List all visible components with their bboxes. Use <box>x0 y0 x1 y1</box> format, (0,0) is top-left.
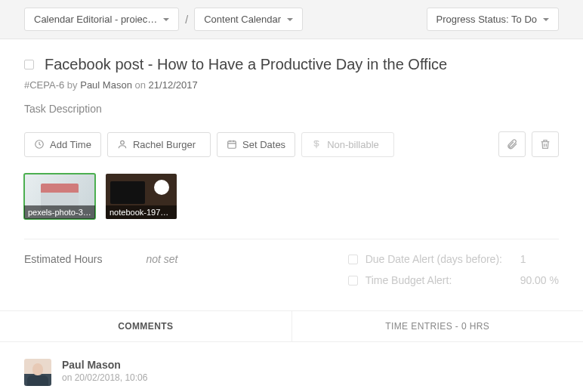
task-author: Paul Mason <box>80 79 132 91</box>
project-dropdown[interactable]: Calendar Editorial - proiec… <box>24 8 179 31</box>
delete-button[interactable] <box>532 131 559 157</box>
chevron-down-icon <box>543 18 549 21</box>
attachment-name: pexels-photo-3… <box>24 205 95 219</box>
task-complete-checkbox[interactable] <box>24 60 34 69</box>
due-alert-value: 1 <box>520 253 526 265</box>
chevron-down-icon <box>287 18 293 21</box>
estimated-hours-label: Estimated Hours <box>24 253 102 265</box>
status-dropdown[interactable]: Progress Status: To Do <box>427 8 559 31</box>
svg-rect-2 <box>228 141 236 148</box>
due-alert-checkbox[interactable] <box>348 255 358 264</box>
dollar-icon <box>311 139 322 150</box>
add-time-button[interactable]: Add Time <box>24 132 101 157</box>
due-alert-label: Due Date Alert (days before): <box>366 253 513 265</box>
trash-icon <box>539 138 551 150</box>
attachment-thumb[interactable]: notebook-1971… <box>106 174 177 219</box>
tab-time-entries[interactable]: TIME ENTRIES - 0 HRS <box>292 311 584 341</box>
calendar-icon <box>227 139 237 150</box>
tab-comments[interactable]: COMMENTS <box>0 311 292 341</box>
attach-button[interactable] <box>498 131 526 157</box>
estimated-hours-value[interactable]: not set <box>146 253 177 265</box>
breadcrumb-sep: / <box>185 14 188 26</box>
project-dropdown-label: Calendar Editorial - proiec… <box>34 14 157 25</box>
attachment-name: notebook-1971… <box>106 205 177 219</box>
paperclip-icon <box>506 138 518 150</box>
calendar-dropdown-label: Content Calendar <box>204 14 281 25</box>
task-description[interactable]: Task Description <box>24 103 559 115</box>
task-meta: #CEPA-6 by Paul Mason on 21/12/2017 <box>24 79 559 91</box>
calendar-dropdown[interactable]: Content Calendar <box>194 8 303 31</box>
task-title: Facebook post - How to Have a Productive… <box>45 56 447 73</box>
clock-icon <box>34 139 45 150</box>
avatar <box>24 359 51 386</box>
billable-dropdown[interactable]: Non-billable <box>301 132 394 157</box>
status-dropdown-label: Progress Status: To Do <box>436 14 537 25</box>
svg-point-1 <box>121 140 125 144</box>
person-icon <box>117 139 128 150</box>
comment-timestamp: on 20/02/2018, 10:06 <box>62 372 313 383</box>
chevron-down-icon <box>163 18 169 21</box>
comment-author: Paul Mason <box>62 359 313 371</box>
budget-alert-value: 90.00 % <box>520 274 559 286</box>
budget-alert-checkbox[interactable] <box>348 276 358 286</box>
comment: Paul Mason on 20/02/2018, 10:06 I've fou… <box>24 359 559 392</box>
assignee-dropdown[interactable]: Rachel Burger <box>107 132 211 157</box>
attachment-thumb[interactable]: pexels-photo-3… <box>24 174 95 219</box>
set-dates-button[interactable]: Set Dates <box>217 132 295 157</box>
task-created-date: 21/12/2017 <box>149 79 198 91</box>
budget-alert-label: Time Budget Alert: <box>366 274 513 286</box>
task-id: #CEPA-6 <box>24 79 64 91</box>
